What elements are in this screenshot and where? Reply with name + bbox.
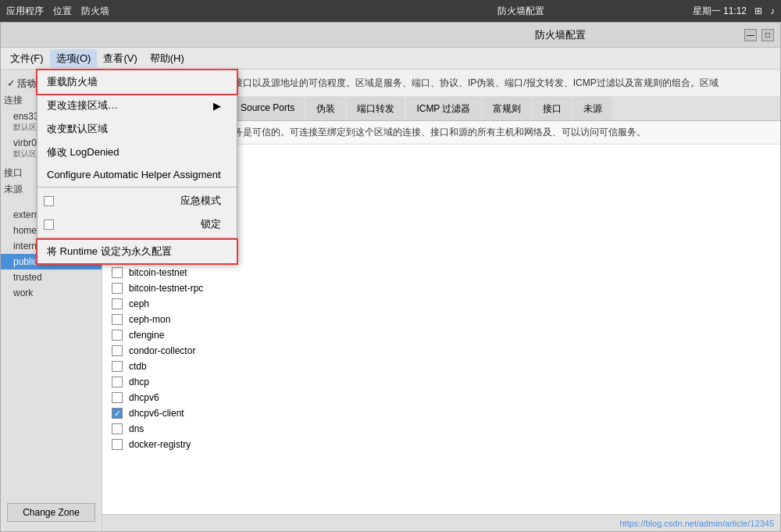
tab-icmp[interactable]: ICMP 过滤器 (406, 97, 480, 120)
system-bar: 应用程序 位置 防火墙 防火墙配置 星期一 11:12 ⊞ ♪ (0, 0, 781, 22)
service-docker-registry: docker-registry (109, 437, 774, 452)
window-title-system: 防火墙配置 (497, 5, 544, 16)
checkbox-cfengine[interactable] (112, 330, 123, 341)
service-condor-collector: condor-collector (109, 343, 774, 359)
checkbox-docker-registry[interactable] (112, 439, 123, 450)
arrow-right-icon: ▶ (213, 100, 221, 112)
title-bar: 防火墙配置 — □ (1, 23, 780, 48)
service-dhcpv6-client: ✓ dhcpv6-client (109, 405, 774, 421)
menu-bar: 文件(F) 选项(O) 查看(V) 帮助(H) 重载防火墙 更改连接区域… ▶ … (1, 48, 780, 70)
dropdown-default-zone[interactable]: 改变默认区域 (37, 117, 237, 141)
service-dns: dns (109, 421, 774, 437)
checkbox-dhcp[interactable] (112, 377, 123, 387)
system-bar-center: 防火墙配置 (349, 5, 692, 18)
checkbox-dhcpv6-client[interactable]: ✓ (112, 408, 123, 419)
dropdown-emergency[interactable]: 应急模式 (37, 189, 237, 212)
tab-port-forward[interactable]: 端口转发 (347, 97, 405, 120)
lock-checkbox[interactable] (44, 220, 54, 230)
maximize-button[interactable]: □ (761, 29, 774, 41)
service-cfengine: cfengine (109, 327, 774, 343)
tab-sources[interactable]: 未源 (573, 97, 612, 120)
dropdown-reload[interactable]: 重载防火墙 (37, 70, 237, 94)
service-bitcoin-testnet-rpc: bitcoin-testnet-rpc (109, 280, 774, 296)
dropdown-runtime-to-permanent[interactable]: 将 Runtime 设定为永久配置 (37, 240, 237, 263)
tab-source-ports[interactable]: Source Ports (230, 97, 305, 120)
system-bar-right: 星期一 11:12 ⊞ ♪ (693, 5, 775, 18)
menu-file[interactable]: 文件(F) (4, 49, 50, 68)
datetime-label: 星期一 11:12 (693, 5, 747, 18)
service-ceph-mon: ceph-mon (109, 312, 774, 327)
dropdown-divider-2 (37, 237, 237, 238)
checkbox-ceph-mon[interactable] (112, 314, 123, 325)
checkbox-condor-collector[interactable] (112, 345, 123, 356)
menu-view[interactable]: 查看(V) (97, 49, 143, 68)
checkbox-bitcoin-testnet-rpc[interactable] (112, 283, 123, 294)
checkbox-bitcoin-testnet[interactable] (112, 267, 123, 278)
emergency-checkbox[interactable] (44, 196, 54, 206)
options-dropdown: 重载防火墙 更改连接区域… ▶ 改变默认区域 修改 LogDenied Conf… (37, 70, 237, 264)
system-bar-left: 应用程序 位置 防火墙 (6, 5, 349, 18)
tab-masquerade[interactable]: 伪装 (306, 97, 345, 120)
dropdown-logdenied[interactable]: 修改 LogDenied (37, 141, 237, 164)
service-dhcp: dhcp (109, 374, 774, 390)
service-bitcoin-testnet: bitcoin-testnet (109, 265, 774, 280)
checkbox-dns[interactable] (112, 423, 123, 434)
position-menu[interactable]: 位置 (53, 5, 72, 18)
tab-interfaces[interactable]: 接口 (533, 97, 572, 120)
service-ctdb: ctdb (109, 359, 774, 374)
dropdown-change-zone[interactable]: 更改连接区域… ▶ (37, 94, 237, 117)
sidebar-zone-work[interactable]: work (1, 285, 102, 301)
app-menu[interactable]: 应用程序 (6, 5, 44, 18)
tab-rich-rules[interactable]: 富规则 (483, 97, 531, 120)
minimize-button[interactable]: — (744, 29, 757, 41)
sidebar-zone-trusted[interactable]: trusted (1, 270, 102, 285)
checkbox-ctdb[interactable] (112, 361, 123, 372)
service-ceph: ceph (109, 296, 774, 312)
title-bar-title: 防火墙配置 (376, 28, 744, 42)
service-dhcpv6: dhcpv6 (109, 390, 774, 405)
firewall-menu[interactable]: 防火墙 (81, 5, 109, 18)
menu-options[interactable]: 选项(O) (50, 49, 98, 68)
dropdown-helper[interactable]: Configure Automatic Helper Assigment (37, 164, 237, 185)
network-icon: ⊞ (754, 5, 762, 16)
change-zone-button[interactable]: Change Zone (7, 503, 95, 522)
status-bar: https://blog.csdn.net/admin/article/1234… (102, 514, 780, 531)
dropdown-divider-1 (37, 187, 237, 187)
checkbox-ceph[interactable] (112, 298, 123, 309)
dropdown-lock[interactable]: 锁定 (37, 212, 237, 236)
checkbox-dhcpv6[interactable] (112, 392, 123, 403)
main-window: 防火墙配置 — □ 文件(F) 选项(O) 查看(V) 帮助(H) 重载防火墙 … (0, 22, 781, 532)
title-bar-controls: — □ (744, 29, 774, 41)
volume-icon: ♪ (770, 5, 775, 16)
menu-help[interactable]: 帮助(H) (144, 49, 191, 68)
status-url: https://blog.csdn.net/admin/article/1234… (619, 519, 774, 528)
